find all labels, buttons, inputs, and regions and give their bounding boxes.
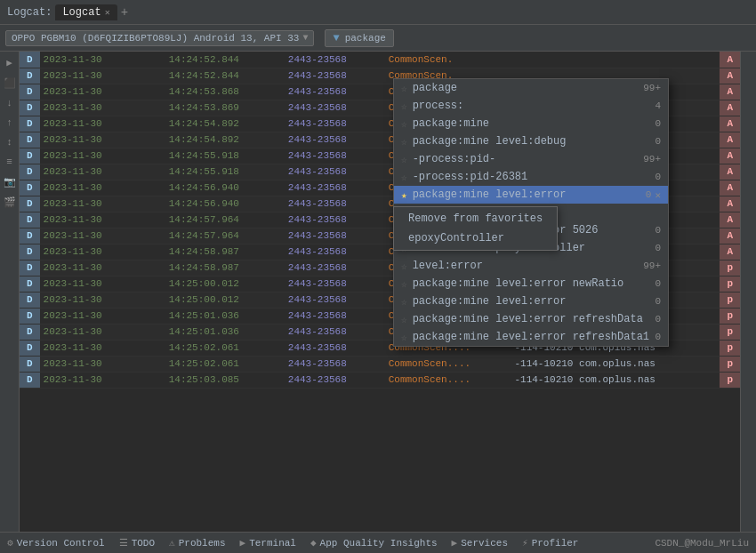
table-row[interactable]: D 2023-11-30 14:24:58.987 2443-23568 Com… <box>20 260 740 276</box>
log-msg <box>511 212 720 228</box>
log-tag: CommonScen.... <box>385 276 511 292</box>
log-time: 14:25:00.012 <box>165 292 285 308</box>
log-msg <box>511 244 720 260</box>
status-item-problems[interactable]: ⚠ Problems <box>169 537 225 549</box>
log-level2: A <box>720 164 740 180</box>
log-tag: CommonScen.... <box>385 340 511 356</box>
table-row[interactable]: D 2023-11-30 14:24:56.940 2443-23568 Com… <box>20 196 740 212</box>
status-label: Services <box>461 538 508 549</box>
log-tag: CommonScen. <box>385 244 511 260</box>
table-row[interactable]: D 2023-11-30 14:25:00.012 2443-23568 Com… <box>20 292 740 308</box>
log-level2: A <box>720 52 740 68</box>
log-pid: 2443-23568 <box>285 340 385 356</box>
tab-close-icon[interactable]: ✕ <box>105 7 110 18</box>
table-row[interactable]: D 2023-11-30 14:24:56.940 2443-23568 Com… <box>20 180 740 196</box>
log-level: D <box>20 372 40 388</box>
sidebar-icon-menu[interactable]: ≡ <box>4 155 14 169</box>
logcat-tab[interactable]: Logcat ✕ <box>55 4 117 20</box>
log-pid: 2443-23568 <box>285 68 385 84</box>
log-pid: 2443-23568 <box>285 116 385 132</box>
log-pid: 2443-23568 <box>285 84 385 100</box>
table-row[interactable]: D 2023-11-30 14:25:02.061 2443-23568 Com… <box>20 340 740 356</box>
log-time: 14:25:01.036 <box>165 308 285 324</box>
log-level: D <box>20 324 40 340</box>
toolbar: OPPO PGBM10 (D6FQIZIB6PTO89LJ) Android 1… <box>0 25 756 52</box>
log-msg: -114-10210 com.oplus.nas <box>511 308 720 324</box>
table-row[interactable]: D 2023-11-30 14:24:54.892 2443-23568 Com… <box>20 116 740 132</box>
sidebar-icon-up[interactable]: ↑ <box>4 116 14 130</box>
status-item-version-control[interactable]: ⚙ Version Control <box>7 537 105 549</box>
sidebar-icon-play[interactable]: ▶ <box>4 55 14 70</box>
status-item-services[interactable]: ▶ Services <box>452 537 508 549</box>
status-label: Problems <box>179 538 226 549</box>
table-row[interactable]: D 2023-11-30 14:24:57.964 2443-23568 Com… <box>20 228 740 244</box>
table-row[interactable]: D 2023-11-30 14:24:55.918 2443-23568 Com… <box>20 148 740 164</box>
log-level2: A <box>720 148 740 164</box>
status-icon: ⚡ <box>522 537 528 549</box>
log-date: 2023-11-30 <box>40 292 165 308</box>
status-icon: ⚙ <box>7 537 13 549</box>
log-level: D <box>20 52 40 68</box>
log-level2: A <box>720 244 740 260</box>
add-tab-button[interactable]: + <box>121 5 128 20</box>
status-label: Profiler <box>532 538 579 549</box>
log-level: D <box>20 196 40 212</box>
log-pid: 2443-23568 <box>285 164 385 180</box>
device-dropdown-arrow: ▼ <box>302 33 308 43</box>
log-pid: 2443-23568 <box>285 372 385 388</box>
sidebar-icon-video[interactable]: 🎬 <box>2 195 18 210</box>
left-sidebar: ▶ ⬛ ↓ ↑ ↕ ≡ 📷 🎬 <box>0 52 20 532</box>
log-level: D <box>20 228 40 244</box>
device-selector[interactable]: OPPO PGBM10 (D6FQIZIB6PTO89LJ) Android 1… <box>5 30 314 46</box>
log-pid: 2443-23568 <box>285 228 385 244</box>
logcat-label: Logcat: <box>7 6 52 19</box>
status-item-app-quality-insights[interactable]: ◆ App Quality Insights <box>310 537 438 549</box>
table-row[interactable]: D 2023-11-30 14:24:53.868 2443-23568 Com… <box>20 84 740 100</box>
log-date: 2023-11-30 <box>40 116 165 132</box>
status-label: Terminal <box>249 538 296 549</box>
table-row[interactable]: D 2023-11-30 14:24:52.844 2443-23568 Com… <box>20 52 740 68</box>
table-row[interactable]: D 2023-11-30 14:25:00.012 2443-23568 Com… <box>20 276 740 292</box>
sidebar-icon-down[interactable]: ↓ <box>4 96 14 110</box>
log-time: 14:24:57.964 <box>165 212 285 228</box>
log-msg: -114-10210 com.oplus.nas <box>511 276 720 292</box>
log-level: D <box>20 260 40 276</box>
log-pid: 2443-23568 <box>285 196 385 212</box>
table-row[interactable]: D 2023-11-30 14:25:01.036 2443-23568 Com… <box>20 324 740 340</box>
log-level2: A <box>720 228 740 244</box>
table-row[interactable]: D 2023-11-30 14:25:01.036 2443-23568 Com… <box>20 308 740 324</box>
log-date: 2023-11-30 <box>40 308 165 324</box>
sidebar-icon-camera[interactable]: 📷 <box>2 174 18 189</box>
table-row[interactable]: D 2023-11-30 14:24:57.964 2443-23568 Com… <box>20 212 740 228</box>
log-pid: 2443-23568 <box>285 52 385 68</box>
sidebar-icon-scroll[interactable]: ↕ <box>4 135 14 149</box>
log-level2: A <box>720 196 740 212</box>
status-item-profiler[interactable]: ⚡ Profiler <box>522 537 578 549</box>
table-row[interactable]: D 2023-11-30 14:24:58.987 2443-23568 Com… <box>20 244 740 260</box>
table-row[interactable]: D 2023-11-30 14:25:02.061 2443-23568 Com… <box>20 356 740 372</box>
log-date: 2023-11-30 <box>40 180 165 196</box>
log-msg <box>511 132 720 148</box>
log-time: 14:25:02.061 <box>165 356 285 372</box>
table-row[interactable]: D 2023-11-30 14:24:53.869 2443-23568 Com… <box>20 100 740 116</box>
log-level: D <box>20 276 40 292</box>
status-item-todo[interactable]: ☰ TODO <box>119 537 155 549</box>
status-label: TODO <box>132 538 155 549</box>
status-right-label: CSDN_@Modu_MrLiu <box>655 538 749 549</box>
log-level2: A <box>720 68 740 84</box>
log-tag: CommonScen. <box>385 164 511 180</box>
log-tag: CommonScen. <box>385 148 511 164</box>
table-row[interactable]: D 2023-11-30 14:24:52.844 2443-23568 Com… <box>20 68 740 84</box>
log-date: 2023-11-30 <box>40 276 165 292</box>
status-item-terminal[interactable]: ▶ Terminal <box>240 537 296 549</box>
log-level2: A <box>720 84 740 100</box>
log-level: D <box>20 180 40 196</box>
table-row[interactable]: D 2023-11-30 14:24:55.918 2443-23568 Com… <box>20 164 740 180</box>
log-level: D <box>20 116 40 132</box>
table-row[interactable]: D 2023-11-30 14:24:54.892 2443-23568 Com… <box>20 132 740 148</box>
table-row[interactable]: D 2023-11-30 14:25:03.085 2443-23568 Com… <box>20 372 740 388</box>
sidebar-icon-stop[interactable]: ⬛ <box>2 76 18 91</box>
log-level2: A <box>720 180 740 196</box>
log-time: 14:24:52.844 <box>165 68 285 84</box>
log-msg <box>511 180 720 196</box>
